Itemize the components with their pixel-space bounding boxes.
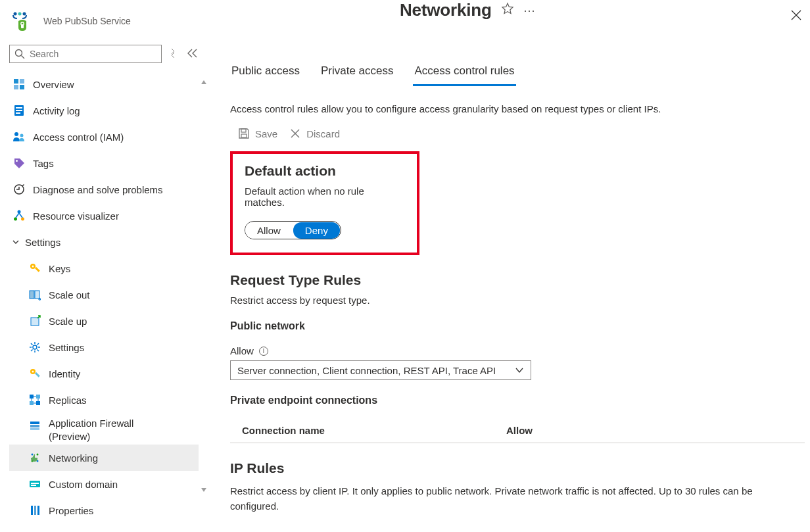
nav-label: Networking xyxy=(49,452,98,464)
nav-item-access-control[interactable]: Access control (IAM) xyxy=(9,124,199,150)
networking-tabs: Public access Private access Access cont… xyxy=(230,60,805,86)
tab-public-access[interactable]: Public access xyxy=(230,60,301,86)
nav-label: Scale up xyxy=(49,316,87,327)
nav-item-keys[interactable]: Keys xyxy=(9,255,199,281)
nav-label: Settings xyxy=(49,342,84,353)
nav-item-properties[interactable]: Properties xyxy=(9,497,199,523)
svg-rect-30 xyxy=(31,318,39,326)
nav-item-diagnose[interactable]: Diagnose and solve problems xyxy=(9,176,199,203)
public-network-header: Public network xyxy=(230,320,805,332)
col-allow: Allow xyxy=(506,425,533,436)
request-type-rules-title: Request Type Rules xyxy=(230,272,805,288)
svg-rect-47 xyxy=(30,422,39,424)
svg-line-39 xyxy=(37,343,39,345)
nav-label: Replicas xyxy=(49,395,87,406)
tab-private-access[interactable]: Private access xyxy=(320,60,395,86)
nav-label: Activity log xyxy=(33,105,80,116)
nav-label: Keys xyxy=(49,263,70,274)
svg-rect-9 xyxy=(14,85,18,89)
sidebar-search[interactable] xyxy=(9,45,162,63)
svg-rect-56 xyxy=(31,485,36,486)
default-action-toggle[interactable]: Allow Deny xyxy=(245,221,341,239)
nav-item-scale-up[interactable]: Scale up xyxy=(9,308,199,334)
svg-rect-46 xyxy=(36,401,40,405)
nav-label: Tags xyxy=(33,158,54,169)
svg-rect-42 xyxy=(35,372,40,377)
nav-item-replicas[interactable]: Replicas xyxy=(9,387,199,413)
nav-label: Access control (IAM) xyxy=(33,132,124,143)
close-blade-icon[interactable] xyxy=(790,9,802,23)
svg-rect-10 xyxy=(20,85,24,89)
svg-rect-28 xyxy=(30,291,34,299)
ip-rules-title: IP Rules xyxy=(230,460,805,476)
toggle-option-deny[interactable]: Deny xyxy=(293,222,340,239)
nav-label: Overview xyxy=(33,79,74,90)
service-header: Web PubSub Service xyxy=(9,5,204,45)
svg-rect-58 xyxy=(34,506,36,515)
info-icon[interactable]: i xyxy=(259,347,268,356)
nav-item-networking[interactable]: Networking xyxy=(9,445,199,471)
more-actions-icon[interactable]: ⋯ xyxy=(523,3,536,18)
svg-point-51 xyxy=(37,454,39,456)
svg-point-16 xyxy=(20,134,24,137)
ip-rules-desc: Restrict access by client IP. It only ap… xyxy=(230,484,796,514)
private-endpoint-connections-header: Private endpoint connections xyxy=(230,395,805,406)
svg-rect-14 xyxy=(16,112,20,114)
svg-rect-45 xyxy=(30,401,34,405)
svg-line-6 xyxy=(22,56,25,59)
request-type-rules-desc: Restrict access by request type. xyxy=(230,295,805,306)
svg-rect-59 xyxy=(37,506,39,515)
identity-icon xyxy=(28,366,42,381)
save-button[interactable]: Save xyxy=(238,128,277,139)
toggle-option-allow[interactable]: Allow xyxy=(245,222,293,239)
settings-group-header[interactable]: Settings xyxy=(9,229,199,255)
nav-item-activity-log[interactable]: Activity log xyxy=(9,97,199,124)
nav-item-settings[interactable]: Settings xyxy=(9,334,199,360)
application-firewall-icon xyxy=(28,418,42,433)
allow-select-value: Server connection, Client connection, RE… xyxy=(237,365,496,376)
webpubsub-service-icon xyxy=(11,9,34,33)
favorite-star-icon[interactable] xyxy=(501,2,514,18)
collapse-sidebar-icon[interactable] xyxy=(187,49,197,60)
custom-domain-icon xyxy=(28,477,42,491)
discard-label: Discard xyxy=(306,128,340,139)
nav-label: Diagnose and solve problems xyxy=(33,184,163,195)
gear-icon xyxy=(28,340,42,354)
activity-log-icon xyxy=(12,103,26,118)
tab-description: Access control rules allow you to config… xyxy=(230,103,805,114)
save-icon xyxy=(238,128,250,139)
nav-item-identity[interactable]: Identity xyxy=(9,360,199,387)
nav-item-resource-visualizer[interactable]: Resource visualizer xyxy=(9,203,199,229)
discard-icon xyxy=(289,128,301,139)
svg-rect-7 xyxy=(14,79,18,84)
svg-point-17 xyxy=(16,160,18,162)
discard-button[interactable]: Discard xyxy=(289,128,340,139)
default-action-section: Default action Default action when no ru… xyxy=(230,151,419,255)
nav-item-overview[interactable]: Overview xyxy=(9,71,199,97)
pec-table-header: Connection name Allow xyxy=(230,412,805,443)
page-title: Networking xyxy=(398,0,492,20)
sidebar-search-input[interactable] xyxy=(10,49,161,59)
nav-item-scale-out[interactable]: Scale out xyxy=(9,281,199,308)
tags-icon xyxy=(12,156,26,170)
tab-access-control-rules[interactable]: Access control rules xyxy=(413,60,515,86)
scale-up-icon xyxy=(28,314,42,328)
svg-line-36 xyxy=(31,343,33,345)
expand-handle-icon[interactable] xyxy=(170,48,176,60)
nav-item-tags[interactable]: Tags xyxy=(9,150,199,176)
chevron-down-icon xyxy=(515,366,524,375)
nav-item-custom-domain[interactable]: Custom domain xyxy=(9,471,199,497)
overview-icon xyxy=(12,77,26,91)
allow-request-types-select[interactable]: Server connection, Client connection, RE… xyxy=(230,360,531,380)
svg-rect-29 xyxy=(35,291,39,299)
default-action-title: Default action xyxy=(245,163,405,179)
nav-label: Custom domain xyxy=(49,479,118,490)
svg-rect-27 xyxy=(35,267,40,272)
nav-item-application-firewall[interactable]: Application Firewall (Preview) xyxy=(9,413,199,445)
svg-point-41 xyxy=(32,371,34,373)
svg-point-21 xyxy=(14,218,17,221)
scale-out-icon xyxy=(28,287,42,302)
svg-line-38 xyxy=(31,350,33,352)
svg-point-1 xyxy=(18,12,22,16)
svg-line-37 xyxy=(37,350,39,352)
